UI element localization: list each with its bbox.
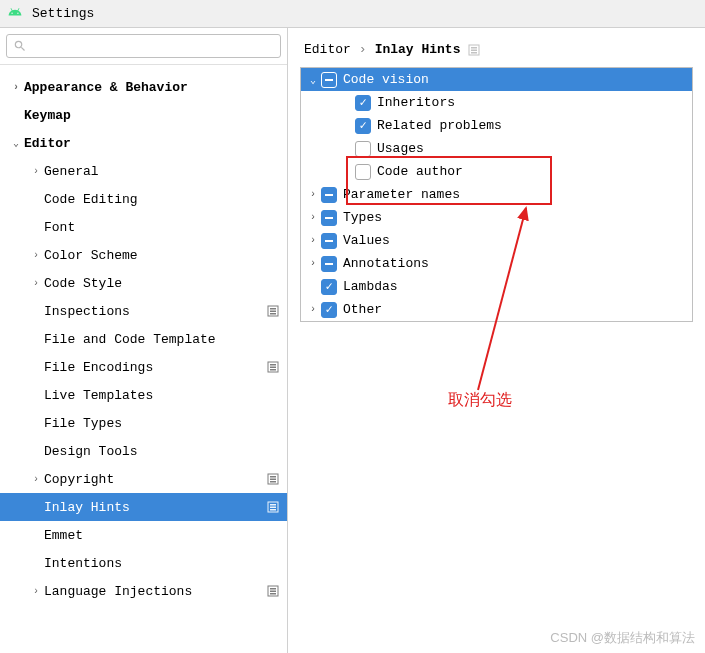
svg-rect-17 [270, 588, 276, 590]
expand-arrow-icon[interactable]: › [305, 258, 321, 269]
expand-arrow-icon[interactable]: › [28, 586, 44, 597]
android-icon [8, 5, 22, 23]
option-label: Parameter names [343, 187, 460, 202]
main-container: ›Appearance & BehaviorKeymap⌄Editor›Gene… [0, 28, 705, 653]
checkbox[interactable] [355, 164, 371, 180]
sidebar-item-label: Appearance & Behavior [24, 80, 287, 95]
sidebar-item-design-tools[interactable]: Design Tools [0, 437, 287, 465]
sidebar-item-label: Inspections [44, 304, 267, 319]
svg-rect-14 [270, 507, 276, 509]
sidebar-item-code-editing[interactable]: Code Editing [0, 185, 287, 213]
svg-rect-15 [270, 509, 276, 511]
sidebar-item-label: Design Tools [44, 444, 287, 459]
option-row-parameter-names[interactable]: ›Parameter names [301, 183, 692, 206]
option-row-code-author[interactable]: Code author [301, 160, 692, 183]
option-row-values[interactable]: ›Values [301, 229, 692, 252]
option-label: Lambdas [343, 279, 398, 294]
titlebar: Settings [0, 0, 705, 28]
svg-rect-7 [270, 369, 276, 371]
expand-arrow-icon[interactable]: › [28, 250, 44, 261]
expand-arrow-icon[interactable]: › [305, 212, 321, 223]
checkbox[interactable] [321, 187, 337, 203]
svg-rect-23 [471, 52, 477, 54]
checkbox[interactable] [321, 279, 337, 295]
sidebar-item-language-injections[interactable]: ›Language Injections [0, 577, 287, 605]
option-row-code-vision[interactable]: ⌄Code vision [301, 68, 692, 91]
option-row-inheritors[interactable]: Inheritors [301, 91, 692, 114]
checkbox[interactable] [321, 72, 337, 88]
sidebar-item-label: Code Editing [44, 192, 287, 207]
sidebar-item-general[interactable]: ›General [0, 157, 287, 185]
checkbox[interactable] [321, 302, 337, 318]
svg-rect-11 [270, 481, 276, 483]
sidebar-item-code-style[interactable]: ›Code Style [0, 269, 287, 297]
svg-rect-19 [270, 593, 276, 595]
option-label: Other [343, 302, 382, 317]
checkbox[interactable] [355, 141, 371, 157]
checkbox[interactable] [355, 118, 371, 134]
sidebar-item-intentions[interactable]: Intentions [0, 549, 287, 577]
sidebar-tree[interactable]: ›Appearance & BehaviorKeymap⌄Editor›Gene… [0, 65, 287, 653]
sidebar-item-label: File Types [44, 416, 287, 431]
options-tree[interactable]: ⌄Code visionInheritorsRelated problemsUs… [300, 67, 693, 322]
sidebar-item-inspections[interactable]: Inspections [0, 297, 287, 325]
option-row-types[interactable]: ›Types [301, 206, 692, 229]
checkbox[interactable] [321, 210, 337, 226]
sidebar-item-editor[interactable]: ⌄Editor [0, 129, 287, 157]
expand-arrow-icon[interactable]: › [305, 304, 321, 315]
option-row-lambdas[interactable]: Lambdas [301, 275, 692, 298]
sidebar-item-color-scheme[interactable]: ›Color Scheme [0, 241, 287, 269]
option-row-usages[interactable]: Usages [301, 137, 692, 160]
svg-rect-2 [270, 311, 276, 313]
expand-arrow-icon[interactable]: ⌄ [305, 74, 321, 86]
checkbox[interactable] [321, 233, 337, 249]
sidebar-item-file-encodings[interactable]: File Encodings [0, 353, 287, 381]
sidebar-item-file-and-code-template[interactable]: File and Code Template [0, 325, 287, 353]
checkbox[interactable] [321, 256, 337, 272]
sidebar-item-label: Font [44, 220, 287, 235]
breadcrumb-current: Inlay Hints [375, 42, 461, 57]
options-icon [468, 44, 480, 56]
svg-rect-5 [270, 364, 276, 366]
breadcrumb-separator: › [359, 42, 367, 57]
sidebar-item-appearance-behavior[interactable]: ›Appearance & Behavior [0, 73, 287, 101]
option-label: Inheritors [377, 95, 455, 110]
sidebar-item-copyright[interactable]: ›Copyright [0, 465, 287, 493]
sidebar-item-label: File Encodings [44, 360, 267, 375]
sidebar-item-label: Inlay Hints [44, 500, 267, 515]
search-field[interactable] [6, 34, 281, 58]
svg-rect-22 [471, 49, 477, 51]
sidebar-item-label: Color Scheme [44, 248, 287, 263]
option-row-related-problems[interactable]: Related problems [301, 114, 692, 137]
expand-arrow-icon[interactable]: › [305, 235, 321, 246]
window-title: Settings [32, 6, 94, 21]
search-input[interactable] [31, 39, 274, 54]
sidebar-item-live-templates[interactable]: Live Templates [0, 381, 287, 409]
option-row-other[interactable]: ›Other [301, 298, 692, 321]
sidebar-item-font[interactable]: Font [0, 213, 287, 241]
option-label: Values [343, 233, 390, 248]
sidebar-item-label: Copyright [44, 472, 267, 487]
svg-rect-21 [471, 47, 477, 49]
watermark: CSDN @数据结构和算法 [550, 629, 695, 647]
svg-rect-3 [270, 313, 276, 315]
expand-arrow-icon[interactable]: › [305, 189, 321, 200]
checkbox[interactable] [355, 95, 371, 111]
option-row-annotations[interactable]: ›Annotations [301, 252, 692, 275]
sidebar-item-file-types[interactable]: File Types [0, 409, 287, 437]
sidebar-item-emmet[interactable]: Emmet [0, 521, 287, 549]
expand-arrow-icon[interactable]: › [28, 166, 44, 177]
expand-arrow-icon[interactable]: › [28, 278, 44, 289]
expand-arrow-icon[interactable]: › [8, 82, 24, 93]
sidebar-item-keymap[interactable]: Keymap [0, 101, 287, 129]
expand-arrow-icon[interactable]: ⌄ [8, 137, 24, 149]
sidebar-item-inlay-hints[interactable]: Inlay Hints [0, 493, 287, 521]
svg-rect-10 [270, 479, 276, 481]
option-label: Related problems [377, 118, 502, 133]
svg-rect-18 [270, 591, 276, 593]
search-icon [13, 39, 27, 53]
svg-rect-9 [270, 476, 276, 478]
expand-arrow-icon[interactable]: › [28, 474, 44, 485]
annotation-text: 取消勾选 [448, 390, 512, 411]
breadcrumb-part[interactable]: Editor [304, 42, 351, 57]
